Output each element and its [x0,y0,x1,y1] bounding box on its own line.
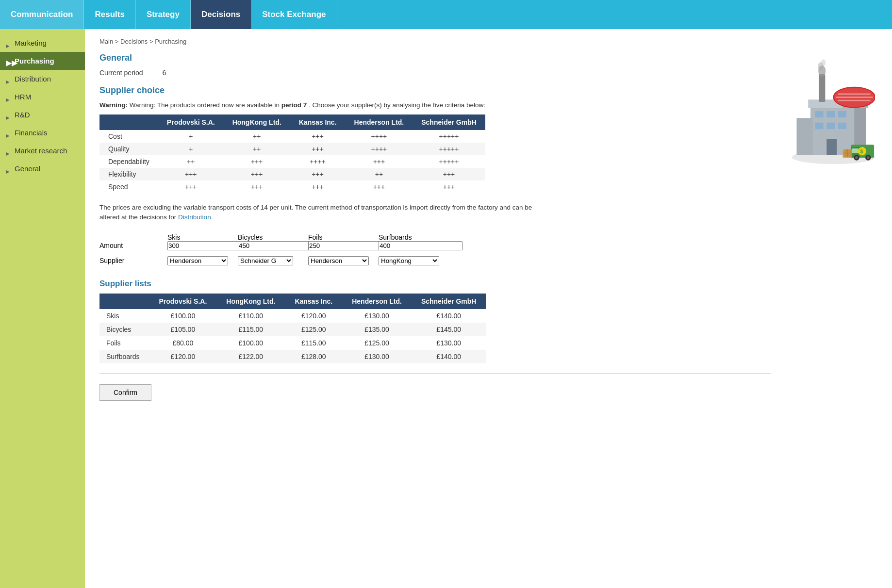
criterion-label: Quality [99,143,158,155]
sidebar-label-financials: Financials [15,129,48,137]
supplier-price-table: Prodovski S.A. HongKong Ltd. Kansas Inc.… [99,294,486,363]
price-hongkong: £122.00 [216,350,285,363]
top-navigation: Communication Results Strategy Decisions… [0,0,892,29]
order-form: Skis Bicycles Foils Surfboards Amount [99,233,771,265]
svg-rect-10 [797,118,813,155]
price-henderson: £130.00 [342,350,412,363]
sidebar-item-rd[interactable]: R&D [0,106,85,124]
main-content: Main > Decisions > Purchasing General Cu… [85,29,892,588]
supplier-choice-title: Supplier choice [99,85,771,96]
nav-communication[interactable]: Communication [0,0,84,29]
price-col-schneider: Schneider GmbH [412,294,486,309]
main-layout: Marketing ▶ Purchasing Distribution HRM … [0,29,892,588]
amount-surfboards-container [379,241,449,250]
nav-strategy[interactable]: Strategy [136,0,191,29]
supplier-skis-select[interactable]: Henderson Prodovski S.A. HongKong Ltd. K… [167,256,228,265]
supplier-bicycles-select[interactable]: Schneider G Prodovski S.A. HongKong Ltd.… [238,256,293,265]
supplier-criteria-row: Speed +++ +++ +++ +++ +++ [99,180,485,193]
price-product: Skis [99,309,149,323]
breadcrumb: Main > Decisions > Purchasing [99,38,877,45]
sidebar-label-hrm: HRM [15,93,31,101]
supplier-surfboards-select[interactable]: HongKong Prodovski S.A. Kansas Inc. Hend… [379,256,439,265]
criterion-kansas: ++++ [290,155,346,168]
price-schneider: £130.00 [412,336,486,350]
sidebar-item-purchasing[interactable]: ▶ Purchasing [0,52,85,70]
supplier-table-header-row: Prodovski S.A. HongKong Ltd. Kansas Inc.… [99,114,485,130]
price-hongkong: £115.00 [216,323,285,336]
sidebar-label-general: General [15,164,40,173]
sidebar-item-hrm[interactable]: HRM [0,88,85,106]
criterion-prodovski: ++ [158,155,224,168]
criterion-schneider: +++ [413,180,485,193]
price-table-row: Surfboards £120.00 £122.00 £128.00 £130.… [99,350,486,363]
criterion-henderson: +++ [346,155,413,168]
criterion-schneider: +++++ [413,155,485,168]
svg-rect-24 [852,148,859,153]
distribution-link[interactable]: Distribution [178,213,211,221]
transport-note-text: The prices are excluding the variable tr… [99,204,532,221]
nav-decisions[interactable]: Decisions [191,0,251,29]
supplier-criteria-row: Flexibility +++ +++ +++ ++ +++ [99,168,485,180]
sidebar-label-market-research: Market research [15,147,67,155]
arrow-icon [6,166,11,171]
svg-rect-11 [815,111,824,117]
col-header-prodovski: Prodovski S.A. [158,114,224,130]
price-col-kansas: Kansas Inc. [285,294,342,309]
price-henderson: £125.00 [342,336,412,350]
sidebar-item-financials[interactable]: Financials [0,124,85,142]
order-col-surfboards: Surfboards [379,233,449,241]
sidebar-label-distribution: Distribution [15,75,51,83]
price-prodovski: £120.00 [149,350,216,363]
current-period-label: Current period [99,69,143,77]
criterion-kansas: +++ [290,130,346,143]
price-kansas: £128.00 [285,350,342,363]
sidebar-item-market-research[interactable]: Market research [0,142,85,160]
price-kansas: £115.00 [285,336,342,350]
sidebar-item-marketing[interactable]: Marketing [0,34,85,52]
arrow-icon [6,95,11,99]
supplier-foils-container: Henderson Prodovski S.A. HongKong Ltd. K… [308,256,379,265]
arrow-icon [6,148,11,153]
sidebar-item-distribution[interactable]: Distribution [0,70,85,88]
criterion-schneider: +++++ [413,130,485,143]
amount-surfboards-input[interactable] [379,241,463,250]
criterion-prodovski: +++ [158,180,224,193]
supplier-foils-select[interactable]: Henderson Prodovski S.A. HongKong Ltd. K… [308,256,369,265]
svg-rect-12 [826,111,835,117]
criterion-henderson: ++ [346,168,413,180]
price-table-row: Foils £80.00 £100.00 £115.00 £125.00 £13… [99,336,486,350]
sidebar-label-marketing: Marketing [15,39,47,47]
price-prodovski: £100.00 [149,309,216,323]
svg-rect-13 [838,111,846,117]
col-header-henderson: Henderson Ltd. [346,114,413,130]
criterion-kansas: +++ [290,180,346,193]
nav-results[interactable]: Results [84,0,135,29]
price-prodovski: £105.00 [149,323,216,336]
price-table-row: Bicycles £105.00 £115.00 £125.00 £135.00… [99,323,486,336]
supplier-criteria-row: Dependability ++ +++ ++++ +++ +++++ [99,155,485,168]
price-table-header-row: Prodovski S.A. HongKong Ltd. Kansas Inc.… [99,294,486,309]
sidebar-item-general[interactable]: General [0,160,85,178]
svg-point-28 [867,156,870,159]
supplier-lists-title: Supplier lists [99,279,771,289]
transport-note: The prices are excluding the variable tr… [99,203,536,223]
period-highlight: period 7 [281,101,307,109]
price-product: Foils [99,336,149,350]
nav-stock-exchange[interactable]: Stock Exchange [251,0,337,29]
price-schneider: £140.00 [412,350,486,363]
supplier-surfboards-container: HongKong Prodovski S.A. Kansas Inc. Hend… [379,256,449,265]
criterion-henderson: ++++ [346,130,413,143]
svg-text:$: $ [860,149,863,154]
price-kansas: £125.00 [285,323,342,336]
warning-body: Warning: The products ordered now are av… [130,101,280,109]
amount-bicycles-container [238,241,308,250]
supplier-label: Supplier [99,257,167,264]
current-period-row: Current period 6 [99,69,771,77]
factory-illustration: $ [783,58,875,164]
confirm-button[interactable]: Confirm [99,384,151,401]
criterion-henderson: +++ [346,180,413,193]
amount-label: Amount [99,242,167,249]
col-header-criterion [99,114,158,130]
order-grid: Skis Bicycles Foils Surfboards Amount [99,233,771,265]
price-product: Surfboards [99,350,149,363]
